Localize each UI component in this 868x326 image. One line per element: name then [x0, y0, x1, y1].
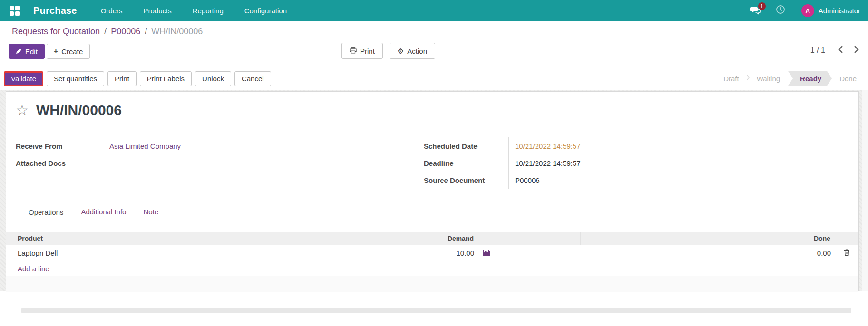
main-menu: Orders Products Reporting Configuration [90, 0, 297, 21]
source-document-value[interactable]: P00006 [508, 172, 775, 189]
trash-icon[interactable] [844, 249, 850, 258]
chatter-separator-bar [21, 308, 851, 313]
cell-product[interactable]: Laptopn Dell [6, 245, 238, 261]
validate-button[interactable]: Validate [4, 71, 43, 86]
receive-from-label: Receive From [16, 137, 103, 154]
message-count-badge: 1 [758, 2, 766, 10]
empty-cell-2 [581, 245, 716, 261]
gear-icon: ⚙ [398, 48, 404, 55]
operations-table: Product Demand Done Laptopn Dell 10.00 [6, 232, 858, 292]
user-name: Administrator [819, 7, 860, 15]
avatar: A [801, 4, 814, 17]
cell-done[interactable]: 0.00 [716, 245, 835, 261]
menu-orders[interactable]: Orders [90, 0, 133, 21]
pencil-icon [16, 48, 22, 55]
empty-cell-1 [498, 245, 581, 261]
field-group-left: Receive From Asia Limited Company Attach… [16, 137, 369, 172]
notebook-tabs: Operations Additional Info Note [6, 202, 858, 221]
deadline-label: Deadline [424, 154, 508, 172]
action-button[interactable]: ⚙ Action [390, 43, 435, 59]
menu-configuration[interactable]: Configuration [234, 0, 297, 21]
user-menu[interactable]: A Administrator [793, 0, 863, 21]
create-button[interactable]: + Create [47, 44, 90, 59]
unlock-button[interactable]: Unlock [195, 71, 231, 86]
area-chart-icon[interactable] [482, 249, 491, 258]
field-group-right: Scheduled Date 10/21/2022 14:59:57 Deadl… [424, 137, 775, 189]
favorite-star-icon[interactable]: ☆ [16, 103, 29, 117]
control-panel: Edit + Create Print ⚙ Action 1 / 1 [0, 42, 868, 64]
top-navbar: Purchase Orders Products Reporting Confi… [0, 0, 868, 21]
breadcrumb: Requests for Quotation / P00006 / WH/IN/… [0, 21, 868, 42]
pager-value: 1 / 1 [810, 46, 825, 55]
table-header-row: Product Demand Done [6, 232, 858, 245]
column-header-forecast [478, 232, 498, 245]
breadcrumb-separator: / [104, 27, 107, 37]
receive-from-value[interactable]: Asia Limited Company [103, 137, 369, 154]
activities-button[interactable] [768, 0, 793, 21]
chevron-right-icon [746, 74, 750, 83]
column-header-done[interactable]: Done [716, 232, 835, 245]
edit-button-label: Edit [25, 48, 38, 55]
apps-grid-icon [10, 6, 20, 16]
document-title: WH/IN/00006 [36, 102, 122, 118]
form-sheet: ☆ WH/IN/00006 Receive From Asia Limited … [6, 91, 859, 291]
scrollbar[interactable] [862, 90, 868, 291]
breadcrumb-separator: / [145, 27, 147, 37]
attached-docs-label: Attached Docs [16, 154, 103, 172]
tab-additional-info[interactable]: Additional Info [72, 203, 135, 221]
deadline-value[interactable]: 10/21/2022 14:59:57 [508, 154, 775, 172]
state-ready[interactable]: Ready [788, 71, 832, 86]
column-header-empty-1 [498, 232, 581, 245]
delete-cell [835, 245, 858, 261]
add-line-row: Add a line [6, 261, 858, 276]
attached-docs-value[interactable] [103, 154, 369, 172]
screen: Purchase Orders Products Reporting Confi… [0, 0, 868, 326]
statusbar: Validate Set quantities Print Print Labe… [0, 67, 868, 90]
print-report-button[interactable]: Print [107, 71, 137, 86]
tab-operations[interactable]: Operations [20, 203, 72, 221]
table-row[interactable]: Laptopn Dell 10.00 0.00 [6, 245, 858, 261]
column-header-empty-2 [581, 232, 716, 245]
action-button-label: Action [407, 48, 427, 55]
column-header-delete [835, 232, 858, 245]
forecast-cell [478, 245, 498, 261]
column-header-product[interactable]: Product [6, 232, 238, 245]
menu-products[interactable]: Products [133, 0, 182, 21]
app-title[interactable]: Purchase [33, 5, 77, 16]
pager-next-button[interactable] [854, 46, 859, 55]
scheduled-date-label: Scheduled Date [424, 137, 508, 154]
messages-button[interactable]: 1 [742, 0, 768, 21]
scheduled-date-value[interactable]: 10/21/2022 14:59:57 [508, 137, 775, 154]
add-a-line-link[interactable]: Add a line [18, 265, 49, 273]
column-header-demand[interactable]: Demand [238, 232, 478, 245]
create-button-label: Create [61, 48, 83, 55]
tab-note[interactable]: Note [135, 203, 167, 221]
clock-icon [776, 5, 785, 16]
state-draft[interactable]: Draft [718, 75, 745, 83]
pager: 1 / 1 [810, 46, 859, 55]
plus-icon: + [54, 48, 58, 55]
printer-icon [350, 47, 357, 55]
apps-menu-button[interactable] [0, 0, 29, 21]
menu-reporting[interactable]: Reporting [182, 0, 234, 21]
state-done[interactable]: Done [834, 75, 862, 83]
print-button[interactable]: Print [341, 43, 383, 59]
breadcrumb-requests-for-quotation[interactable]: Requests for Quotation [12, 27, 100, 37]
navbar-right: 1 A Administrator [742, 0, 868, 21]
print-button-label: Print [360, 48, 375, 55]
breadcrumb-p00006[interactable]: P00006 [111, 27, 140, 37]
edit-button[interactable]: Edit [9, 44, 45, 59]
set-quantities-button[interactable]: Set quantities [47, 71, 104, 86]
pager-previous-button[interactable] [838, 46, 843, 55]
table-footer [6, 276, 858, 292]
status-pipeline: Draft Waiting Ready Done [718, 71, 862, 86]
content-area: ☆ WH/IN/00006 Receive From Asia Limited … [0, 90, 868, 326]
breadcrumb-current: WH/IN/00006 [151, 27, 203, 37]
state-waiting[interactable]: Waiting [751, 75, 786, 83]
source-document-label: Source Document [424, 172, 508, 189]
cancel-button[interactable]: Cancel [234, 71, 271, 86]
print-labels-button[interactable]: Print Labels [140, 71, 192, 86]
cell-demand[interactable]: 10.00 [238, 245, 478, 261]
